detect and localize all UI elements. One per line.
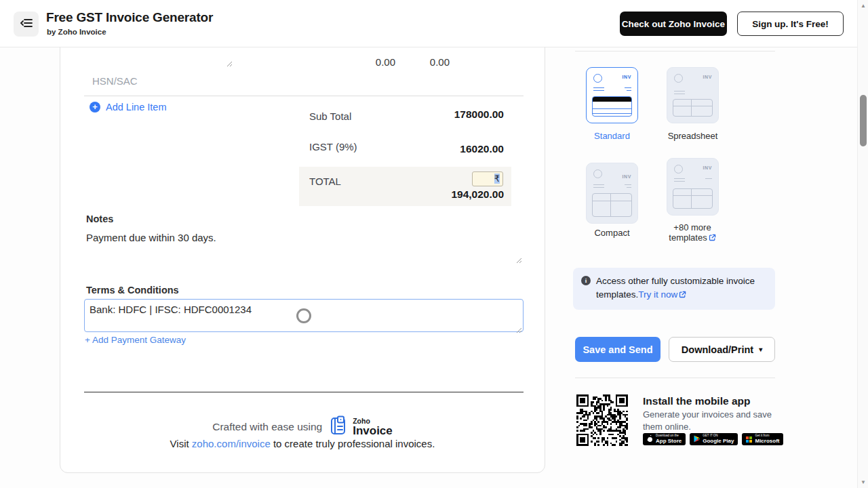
inv-label: INV [703, 75, 712, 79]
zoho-invoice-logo-icon [328, 415, 349, 439]
template-more-label[interactable]: +80 more templates [658, 222, 726, 244]
page-scrollbar[interactable]: ▲ ▼ [857, 0, 868, 488]
page-subtitle: by Zoho Invoice [47, 28, 106, 36]
checkout-zoho-invoice-button[interactable]: Check out Zoho Invoice [620, 12, 727, 36]
table-decoration [673, 99, 713, 117]
description-resize-handle[interactable] [226, 58, 233, 64]
line-decoration [625, 184, 631, 185]
visit-prefix: Visit [170, 438, 192, 449]
table-decoration [592, 96, 632, 117]
line-decoration [705, 178, 712, 179]
notes-resize-handle[interactable] [515, 254, 522, 261]
dropdown-caret-icon: ▾ [759, 346, 762, 353]
signup-button[interactable]: Sign up. It's Free! [737, 12, 844, 36]
line-items-divider [84, 96, 524, 96]
template-standard-label[interactable]: Standard [586, 131, 638, 141]
template-spreadsheet-label[interactable]: Spreadsheet [667, 131, 719, 141]
scrollbar-thumb[interactable] [860, 95, 867, 146]
zoho-invoice-logo: Zoho Invoice [328, 415, 393, 439]
template-compact-label[interactable]: Compact [586, 228, 638, 238]
google-play-icon [694, 433, 700, 445]
more-templates-line2: templates [669, 232, 707, 243]
mobile-app-title: Install the mobile app [643, 395, 750, 407]
sub-total-value: 178000.00 [422, 108, 504, 121]
visit-suffix: to create truly professional invoices. [271, 438, 435, 449]
qr-code [576, 394, 628, 446]
line-item-rate-value[interactable]: 0.00 [352, 56, 395, 68]
line-decoration [674, 91, 685, 92]
currency-input[interactable]: ₹ [472, 171, 503, 186]
inv-label: INV [623, 174, 631, 179]
collapse-menu-icon [20, 18, 33, 30]
sub-total-label: Sub Total [309, 110, 351, 122]
sidebar-top-divider [575, 51, 775, 52]
table-line [691, 100, 692, 116]
terms-label: Terms & Conditions [86, 285, 179, 296]
crafted-line: Crafted with ease using Zoho Invoice [60, 415, 545, 439]
avatar-placeholder-icon [593, 169, 602, 178]
loading-spinner [296, 308, 311, 323]
terms-resize-handle[interactable] [515, 324, 522, 331]
igst-value: 16020.00 [422, 143, 504, 155]
add-line-item-link[interactable]: + Add Line Item [90, 102, 166, 113]
templates-info-box: i Access other fully customizable invoic… [573, 268, 775, 310]
notes-text: Payment due within 30 days. [86, 232, 216, 243]
line-decoration [593, 187, 604, 188]
inv-label: INV [623, 75, 631, 79]
logo-invoice-text: Invoice [353, 425, 393, 436]
notes-textarea[interactable]: Payment due within 30 days. [84, 228, 524, 262]
zoho-invoice-link[interactable]: zoho.com/invoice [192, 438, 271, 449]
avatar-placeholder-icon [674, 74, 683, 83]
download-print-button[interactable]: Download/Print ▾ [669, 337, 775, 362]
total-label: TOTAL [309, 176, 341, 187]
line-decoration [627, 90, 631, 91]
microsoft-badge[interactable]: Get it fromMicrosoft [742, 433, 783, 445]
template-compact-thumbnail[interactable]: INV [586, 163, 638, 224]
download-print-label: Download/Print [682, 344, 753, 355]
hsn-sac-input[interactable]: HSN/SAC [92, 75, 228, 87]
add-payment-gateway-link[interactable]: + Add Payment Gateway [85, 335, 186, 345]
table-line [610, 194, 611, 216]
apple-icon [647, 433, 653, 445]
line-decoration [674, 94, 685, 94]
scroll-up-icon[interactable]: ▲ [858, 3, 868, 9]
free-gst-invoice-generator-page: Free GST Invoice Generator by Zoho Invoi… [0, 0, 868, 488]
line-decoration [625, 87, 631, 88]
app-header: Free GST Invoice Generator by Zoho Invoi… [0, 0, 868, 47]
template-standard-thumbnail[interactable]: INV [586, 67, 638, 123]
invoice-card: 0.00 0.00 HSN/SAC + Add Line Item Sub To… [60, 23, 545, 473]
line-decoration [593, 184, 604, 185]
external-link-icon [679, 289, 686, 302]
scroll-down-icon[interactable]: ▼ [858, 479, 868, 485]
collapse-sidebar-button[interactable] [14, 12, 39, 37]
terms-text: Bank: HDFC | IFSC: HDFC0001234 [90, 304, 252, 315]
sidebar-bottom-divider [575, 378, 775, 378]
table-decoration [592, 193, 632, 217]
external-link-icon [709, 233, 716, 243]
app-store-badges: Download on theApp Store GET IT ONGoogle… [643, 433, 783, 445]
logo-zoho-text: Zoho [353, 418, 393, 425]
microsoft-icon [746, 436, 752, 443]
terms-textarea[interactable]: Bank: HDFC | IFSC: HDFC0001234 [84, 299, 524, 332]
visit-line: Visit zoho.com/invoice to create truly p… [60, 438, 545, 449]
table-line [593, 108, 631, 109]
add-line-item-label: Add Line Item [106, 102, 166, 113]
table-line [691, 189, 692, 208]
line-item-amount-value[interactable]: 0.00 [406, 56, 450, 68]
template-more-thumbnail[interactable]: INV [667, 158, 719, 216]
save-and-send-button[interactable]: Save and Send [575, 337, 660, 362]
igst-label: IGST (9%) [309, 141, 357, 152]
line-decoration [593, 90, 604, 91]
table-decoration [673, 188, 713, 209]
mobile-app-subtitle: Generate your invoices and save them onl… [643, 409, 782, 433]
badge-line2: Microsoft [755, 439, 779, 444]
template-spreadsheet-thumbnail[interactable]: INV [667, 67, 719, 123]
table-line [673, 106, 712, 106]
line-decoration [627, 187, 631, 188]
google-play-badge[interactable]: GET IT ONGoogle Play [690, 433, 738, 445]
line-decoration [593, 87, 604, 88]
app-store-badge[interactable]: Download on theApp Store [643, 433, 686, 445]
try-it-now-link[interactable]: Try it now [638, 289, 677, 300]
info-icon: i [581, 276, 591, 285]
inv-label: INV [703, 165, 712, 170]
